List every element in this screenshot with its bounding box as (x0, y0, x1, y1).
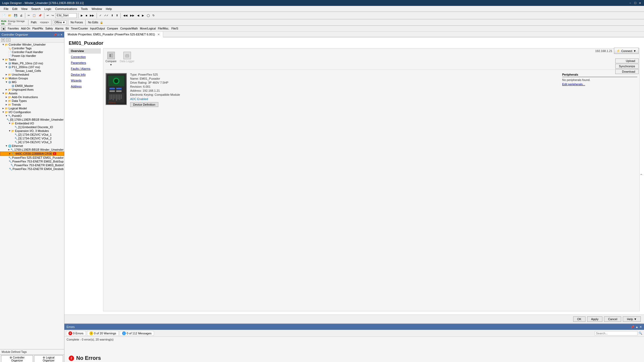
fav-move[interactable]: Move/Logical (140, 27, 156, 30)
tree-vout2[interactable]: 🔧 [3] 1734-OE2V/C VOut_2 (0, 136, 64, 140)
new-btn[interactable]: 📄 (1, 13, 6, 18)
nav4-btn[interactable]: ▶ (141, 13, 145, 18)
verify2-btn[interactable]: ✓✓ (103, 13, 109, 18)
tree-addon[interactable]: ► 📂 Add-On Instructions (0, 95, 64, 99)
tree-expansion-io[interactable]: ▼ 📂 Expansion I/O, 3 Modules (0, 129, 64, 133)
fav-plantpax[interactable]: PlantPAx (32, 27, 43, 30)
tree-trends[interactable]: ► 📂 Trends (0, 103, 64, 106)
fav-bit[interactable]: Bit (65, 27, 69, 30)
panel-header-controls[interactable]: 📌 □ ✕ (53, 33, 63, 36)
tree-logical[interactable]: ► 📂 Logical Model (0, 106, 64, 110)
tree-motion-groups[interactable]: ▼ 📂 Motion Groups (0, 76, 64, 80)
errors-close-btn[interactable]: ✕ (639, 325, 642, 329)
tree-eth-1769[interactable]: ► 🔧 1769-L19ER-BB1B Winder_Unwinder (0, 148, 64, 152)
nav-overview[interactable]: Overview (69, 48, 101, 54)
scroll-up-btn[interactable]: ⌃ (640, 173, 643, 178)
tree-pf-em01[interactable]: 🔧 PowerFlex 525-EENET EM01_Puxador (0, 156, 64, 160)
print-btn[interactable]: 🖨 (19, 13, 24, 18)
fav-timer[interactable]: Timer/Counter (71, 27, 88, 30)
module-tab-close-btn[interactable]: ✕ (158, 33, 160, 36)
toggle-logical[interactable]: ► (2, 107, 5, 110)
apply-button[interactable]: Apply (587, 316, 603, 322)
menu-search[interactable]: Search (30, 7, 42, 11)
nav-parameters[interactable]: Parameters (69, 60, 101, 65)
tree-datatypes[interactable]: ► 📂 Data Types (0, 99, 64, 103)
step-btn[interactable]: ▶▶ (89, 13, 95, 18)
connect-dropdown-arrow[interactable]: ▼ (633, 49, 636, 53)
toggle-p11[interactable]: ▼ (5, 66, 8, 68)
tree-pf-em03[interactable]: 🔧 PowerFlex 753-ENETR EM03_BobInf (0, 163, 64, 167)
undo-btn[interactable]: ↩ (46, 13, 50, 18)
edit-peripherals-link[interactable]: Edit peripherals... (562, 83, 637, 86)
redo-btn[interactable]: ↪ (50, 13, 55, 18)
connect-button[interactable]: ⚡ Connect ▼ (614, 48, 639, 54)
tree-vout1[interactable]: 🔧 [2] 1734-OE2V/C VOut_1 (0, 133, 64, 136)
nav3-btn[interactable]: ◀ (136, 13, 140, 18)
run-btn[interactable]: ▶ (80, 13, 84, 18)
adc-enabled[interactable]: ADC Enabled (130, 97, 559, 101)
errors-count-btn[interactable]: ✕ 0 Errors (66, 331, 86, 336)
fav-files[interactable]: File/S (171, 27, 178, 30)
fav-favorites[interactable]: Favorites (8, 27, 19, 30)
tree-ethernet[interactable]: ▼ 🌐 Ethernet (0, 144, 64, 148)
nav-connection[interactable]: Connection (69, 54, 101, 60)
toggle-dt[interactable]: ► (5, 99, 8, 102)
tree-main-p9[interactable]: ► ⚙️ Main_P9_10ms (10 ms) (0, 61, 64, 65)
menu-help[interactable]: Help (104, 7, 114, 11)
minimize-btn[interactable]: − (628, 1, 632, 5)
nav-faults[interactable]: Faults / Alarms (69, 66, 101, 71)
tree-ungrouped[interactable]: ► 📂 Ungrouped Axes (0, 88, 64, 91)
ok-button[interactable]: OK (573, 316, 586, 322)
panel-expand-btn[interactable]: □ (58, 33, 59, 36)
tree-unscheduled[interactable]: ► 📂 Unscheduled (0, 73, 64, 76)
fav-compute[interactable]: Compute/Math (120, 27, 138, 30)
menu-window[interactable]: Window (90, 7, 104, 11)
toggle-mg[interactable]: ▼ (5, 81, 8, 83)
toggle-expan[interactable]: ▼ (8, 130, 11, 132)
fav-safety[interactable]: Safety (45, 27, 53, 30)
sync-button[interactable]: Synchronize (615, 64, 639, 69)
nav-device-info[interactable]: Device Info (69, 72, 101, 77)
datalogger-action[interactable]: Data Logger (120, 52, 134, 66)
verify-btn[interactable]: ✓ (98, 13, 103, 18)
maximize-btn[interactable]: ☐ (633, 1, 637, 5)
upload-button[interactable]: Upload (615, 58, 639, 63)
toggle-motion[interactable]: ▼ (2, 77, 5, 80)
compare-action[interactable]: Compare ▼ (105, 52, 116, 66)
toggle-ungrouped[interactable]: ► (5, 88, 8, 91)
fav-compare[interactable]: Compare (107, 27, 118, 30)
toggle-controller[interactable]: ▼ (2, 43, 5, 46)
warnings-count-btn[interactable]: ! 0 of 20 Warnings (87, 331, 119, 336)
prev-btn[interactable]: ◀◀ (122, 13, 129, 18)
menu-tools[interactable]: Tools (79, 7, 89, 11)
tree-embedded-io[interactable]: ▼ 📂 Embedded I/O (0, 121, 64, 125)
collapse-all-btn[interactable]: − (6, 38, 10, 42)
tree-tasks[interactable]: ▼ 📂 Tasks (0, 58, 64, 61)
fav-input-output[interactable]: Input/Output (90, 27, 105, 30)
next-btn[interactable]: ▶▶ (129, 13, 136, 18)
toggle-trends[interactable]: ► (5, 103, 8, 106)
device-definition-btn[interactable]: Device Definition (130, 102, 158, 107)
toggle-addon[interactable]: ► (5, 96, 8, 98)
errors-expand-btn[interactable]: ▲ (635, 325, 638, 329)
fav-file-misc[interactable]: File/Misc. (158, 27, 169, 30)
panel-close-btn[interactable]: ✕ (60, 33, 63, 36)
expand-all-btn[interactable]: + (1, 38, 5, 42)
cut-btn[interactable]: ✂ (27, 13, 31, 18)
cancel-button[interactable]: Cancel (604, 316, 621, 322)
tree-pf-em02[interactable]: 🔧 PowerFlex 753-ENETR EM02_BobSup (0, 160, 64, 163)
tree-pf-em04[interactable]: 🔧 PowerFlex 753-ENETR EM04_Desbob (0, 167, 64, 171)
download-button[interactable]: Download (615, 69, 639, 74)
menu-edit[interactable]: Edit (11, 7, 19, 11)
panel-pin-btn[interactable]: 📌 (53, 33, 57, 36)
messages-count-btn[interactable]: i 0 of 112 Messages (120, 331, 154, 336)
menu-communications[interactable]: Communications (54, 7, 79, 11)
tree-emb-disc[interactable]: 🔧 [1] Embedded Discrete_IO (0, 125, 64, 129)
tree-mg[interactable]: ▼ ⚙️ MG (0, 80, 64, 84)
menu-view[interactable]: View (20, 7, 29, 11)
upload-tb-btn[interactable]: ⬆ (115, 13, 119, 18)
search-input[interactable] (55, 13, 77, 18)
module-props-tab[interactable]: Module Properties: EM01_Puxador (PowerFl… (64, 32, 163, 37)
close-btn[interactable]: ✕ (638, 1, 642, 5)
open-btn[interactable]: 📂 (7, 13, 12, 18)
